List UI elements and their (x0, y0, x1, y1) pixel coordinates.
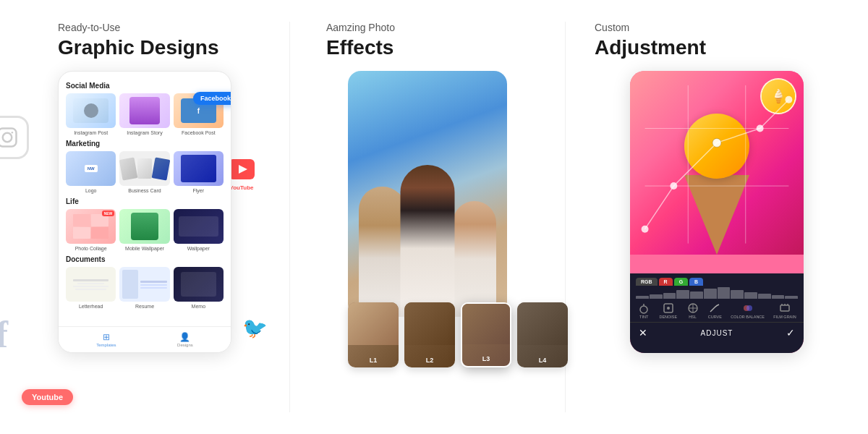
person-left (359, 187, 406, 317)
grid-item-resume[interactable]: Resume (119, 267, 169, 309)
adjustment-phone: 🍦 (630, 71, 804, 353)
thumb-logo: NW (66, 151, 116, 186)
tab-g-label: G (679, 279, 683, 284)
svg-point-13 (642, 226, 649, 233)
section2-title: Effects (326, 36, 393, 59)
youtube-bg-icon: YouTube (229, 159, 255, 191)
histogram (630, 287, 804, 299)
main-photo (348, 71, 507, 317)
adjustment-section: Custom Adjustment 🍦 (566, 0, 868, 434)
thumb-instagram-post (66, 93, 116, 128)
twitter-bg-icon: 🐦 (242, 316, 268, 340)
tool-denoise-label: DENOISE (659, 315, 677, 319)
label-mobile-wallpaper: Mobile Wallpaper (125, 246, 164, 251)
grid-item-memo[interactable]: Memo (174, 267, 224, 309)
label-business-card: Business Card (128, 188, 161, 193)
templates-icon: ⊞ (103, 332, 110, 342)
nav-designs[interactable]: 👤 Designs (177, 332, 193, 347)
category-life: Life (66, 197, 224, 205)
grid-item-letterhead[interactable]: Letterhead (66, 267, 116, 309)
adj-main-image: 🍦 (630, 71, 804, 255)
photo-effects-section: Aamzing Photo Effects L1 L2 (290, 0, 565, 434)
youtube-pill[interactable]: Youtube (22, 389, 73, 405)
check-icon[interactable]: ✓ (786, 327, 795, 339)
filter-l3[interactable]: L3 (461, 302, 511, 367)
tab-g[interactable]: G (674, 278, 688, 286)
people-area (348, 132, 507, 317)
close-icon[interactable]: ✕ (639, 327, 647, 339)
adj-tools: TINT DENOISE HSL (630, 299, 804, 322)
designs-icon: 👤 (179, 332, 190, 342)
action-label: ADJUST (701, 329, 733, 337)
filter-l1[interactable]: L1 (348, 302, 399, 367)
nav-designs-label: Designs (177, 343, 193, 347)
tool-curve-label: CURVE (708, 315, 722, 319)
grid-item-instagram-post[interactable]: Instagram Post (66, 93, 116, 135)
marketing-grid: NW Logo Business Card (66, 151, 224, 193)
thumb-mobile-wallpaper (119, 209, 169, 244)
denoise-icon (662, 303, 675, 313)
facebook-badge[interactable]: Facebook (193, 92, 231, 105)
tool-color-balance-label: COLOR BALANCE (731, 315, 765, 319)
category-marketing: Marketing (66, 140, 224, 148)
svg-point-2 (12, 132, 14, 134)
thumb-letterhead (66, 267, 116, 302)
adj-action-bar: ✕ ADJUST ✓ (630, 322, 804, 343)
nav-templates-label: Templates (96, 343, 116, 347)
filter-l4[interactable]: L4 (517, 302, 568, 367)
tab-b[interactable]: B (689, 278, 703, 286)
tool-film-grain[interactable]: FILM GRAIN (773, 303, 796, 319)
grid-item-wallpaper[interactable]: Wallpaper (174, 209, 224, 251)
filter-l2-label: L2 (404, 357, 455, 364)
thumb-photo-collage: NEW (66, 209, 116, 244)
grid-item-flyer[interactable]: Flyer (174, 151, 224, 193)
tool-hsl[interactable]: HSL (686, 303, 699, 319)
thumb-resume (119, 267, 169, 302)
label-flyer: Flyer (193, 188, 205, 193)
label-resume: Resume (135, 304, 154, 309)
grid-item-photo-collage[interactable]: NEW Photo Collage (66, 209, 116, 251)
tool-color-balance[interactable]: COLOR BALANCE (731, 303, 765, 319)
section1-subtitle: Ready-to-Use (58, 22, 120, 33)
tool-denoise[interactable]: DENOISE (659, 303, 677, 319)
section1-title: Graphic Designs (58, 36, 219, 59)
section3-title: Adjustment (595, 36, 706, 59)
filter-l1-label: L1 (348, 357, 399, 364)
filter-l2[interactable]: L2 (404, 302, 455, 367)
thumb-flyer (174, 151, 224, 186)
grid-item-logo[interactable]: NW Logo (66, 151, 116, 193)
svg-rect-24 (780, 305, 789, 311)
tab-r[interactable]: R (659, 278, 673, 286)
instagram-bg-icon (0, 116, 29, 159)
tab-r-label: R (664, 279, 668, 284)
grid-item-business-card[interactable]: Business Card (119, 151, 169, 193)
label-facebook-post: Facebook Post (182, 130, 216, 135)
svg-line-9 (645, 186, 674, 229)
filter-l3-label: L3 (462, 355, 510, 362)
adj-bottom-panel: RGB R G B (630, 273, 804, 353)
grid-item-mobile-wallpaper[interactable]: Mobile Wallpaper (119, 209, 169, 251)
facebook-bg-icon: f (0, 315, 22, 354)
person-right (453, 201, 496, 317)
tab-rgb[interactable]: RGB (636, 278, 658, 286)
hsl-icon (686, 303, 699, 313)
tool-curve[interactable]: CURVE (708, 303, 722, 319)
grid-item-instagram-story[interactable]: Instagram Story (119, 93, 169, 135)
tab-rgb-label: RGB (641, 279, 652, 284)
category-documents: Documents (66, 255, 224, 263)
thumb-business-card (119, 151, 169, 186)
rgb-tabs: RGB R G B (630, 273, 804, 286)
tool-tint[interactable]: TINT (637, 303, 650, 319)
svg-point-1 (3, 133, 12, 142)
new-badge-collage: NEW (102, 210, 115, 216)
phone-mockup-1: Facebook Social Media Instagram Post (58, 71, 231, 353)
label-photo-collage: Photo Collage (75, 246, 107, 251)
tool-film-grain-label: FILM GRAIN (773, 315, 796, 319)
label-memo: Memo (192, 304, 205, 309)
category-social-media: Social Media (66, 82, 224, 90)
color-balance-icon (741, 303, 754, 313)
person-center (401, 165, 455, 317)
tab-b-label: B (694, 279, 698, 284)
nav-templates[interactable]: ⊞ Templates (96, 332, 116, 347)
phone-inner: Social Media Instagram Post (59, 72, 231, 352)
